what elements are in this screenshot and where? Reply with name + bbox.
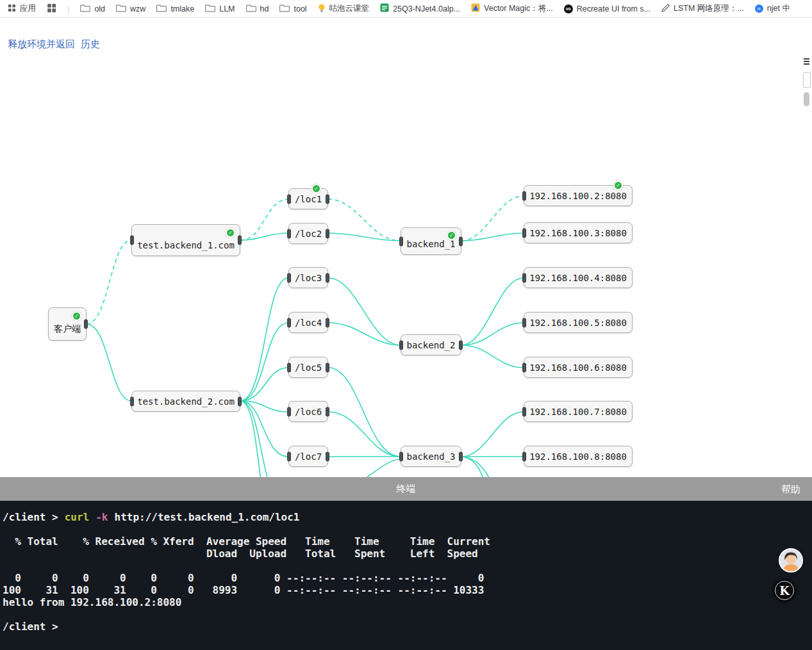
output-port: [238, 396, 242, 406]
side-controls: [802, 55, 811, 106]
node-loc2[interactable]: /loc2: [288, 223, 328, 244]
bookmark-label: hd: [260, 4, 269, 13]
node-label: backend_3: [407, 451, 456, 462]
node-loc6[interactable]: /loc6: [288, 401, 328, 422]
bookmark-lstm[interactable]: LSTM 网络原理：...: [661, 3, 744, 14]
release-env-link[interactable]: 释放环境并返回: [8, 38, 75, 51]
bookmark-label: LLM: [219, 4, 235, 13]
node-server-100-4[interactable]: 192.168.100.4:8080: [524, 267, 633, 288]
node-label: test.backend_2.com: [137, 396, 235, 407]
edge-domain2-below2: [240, 401, 279, 477]
status-check-icon: ✓: [311, 184, 321, 193]
bookmark-njet[interactable]: nnjet 中: [755, 3, 790, 14]
node-label: /loc2: [295, 229, 322, 239]
folder-icon: [279, 4, 290, 14]
bookmark-label: old: [94, 4, 105, 13]
bookmark-label: 25Q3-NJet4.0alp...: [393, 4, 460, 13]
input-port: [287, 273, 291, 282]
help-link[interactable]: 帮助: [781, 483, 800, 495]
output-port: [459, 451, 463, 461]
node-server-100-2[interactable]: ✓ 192.168.100.2:8080: [524, 185, 633, 206]
node-loc3[interactable]: /loc3: [288, 267, 328, 288]
status-check-icon: ✓: [72, 311, 81, 321]
bookmark-grid-button[interactable]: [47, 3, 56, 15]
edge-backend3-server7: [461, 412, 524, 457]
node-label: 192.168.100.5:8080: [529, 318, 627, 328]
node-label: /loc5: [295, 362, 322, 373]
curl-output: % Total % Received % Xferd Average Speed…: [3, 535, 807, 608]
edge-domain2-loc5: [240, 368, 288, 401]
edge-backend1-server3: [461, 233, 524, 241]
bookmark-folder-tmlake[interactable]: tmlake: [156, 4, 194, 14]
node-label: 192.168.100.7:8080: [529, 407, 627, 417]
edge-loc3-backend2: [328, 278, 401, 345]
bookmark-apps[interactable]: 应用: [8, 3, 36, 14]
node-loc4[interactable]: /loc4: [288, 312, 328, 333]
node-label: 192.168.100.4:8080: [529, 273, 627, 283]
input-port: [287, 318, 291, 327]
bookmark-folder-tool[interactable]: tool: [279, 4, 306, 14]
node-domain-test-backend-2[interactable]: test.backend_2.com: [131, 391, 240, 412]
node-loc1[interactable]: ✓ /loc1: [288, 188, 328, 209]
output-port: [459, 236, 463, 246]
bookmark-folder-llm[interactable]: LLM: [205, 4, 235, 14]
apps-grid-icon: [47, 3, 56, 15]
logo-ring: [775, 581, 794, 600]
input-port: [287, 407, 291, 416]
node-loc7[interactable]: /loc7: [288, 446, 328, 467]
history-link[interactable]: 历史: [81, 38, 100, 51]
notes-panel-button[interactable]: [803, 72, 811, 88]
input-port: [287, 362, 291, 372]
bookmark-recreate-ui[interactable]: voRecreate UI from s...: [564, 4, 650, 13]
node-label: /loc1: [295, 194, 322, 204]
node-domain-test-backend-1[interactable]: ✓ test.backend_1.com: [131, 224, 240, 256]
input-port: [130, 236, 134, 245]
command-url: http://test.backend_1.com/loc1: [115, 511, 300, 523]
bookmark-folder-old[interactable]: old: [80, 4, 105, 14]
node-backend-2[interactable]: backend_2: [401, 334, 461, 355]
bookmark-label: tmlake: [170, 4, 194, 13]
bookmark-label: Recreate UI from s...: [577, 4, 650, 13]
output-port: [84, 320, 88, 329]
scrollbar-thumb[interactable]: [804, 92, 809, 106]
node-server-100-5[interactable]: 192.168.100.5:8080: [524, 312, 633, 333]
status-check-icon: ✓: [447, 231, 456, 240]
k-logo-button[interactable]: K: [773, 579, 796, 602]
node-server-100-8[interactable]: 192.168.100.8:8080: [524, 446, 633, 467]
node-label: /loc7: [295, 451, 322, 462]
bookmark-label: 咕泡云课堂: [329, 3, 370, 14]
terminal-panel[interactable]: /client >curl-khttp://test.backend_1.com…: [0, 501, 812, 650]
node-loc5[interactable]: /loc5: [288, 357, 328, 378]
bookmarks-divider: |: [67, 4, 69, 13]
bookmark-folder-wzw[interactable]: wzw: [116, 4, 145, 14]
output-port: [326, 194, 329, 204]
edge-loc2-backend1: [328, 233, 401, 241]
bookmark-njet-doc[interactable]: 25Q3-NJet4.0alp...: [380, 3, 460, 14]
node-backend-3[interactable]: backend_3: [401, 446, 461, 467]
bookmark-vector-magic[interactable]: Vector Magic：将...: [471, 3, 553, 14]
input-port: [522, 318, 526, 327]
panel-menu-icon[interactable]: [802, 55, 811, 68]
bookmark-gupao[interactable]: 咕泡云课堂: [318, 3, 370, 15]
node-label: 192.168.100.2:8080: [529, 191, 627, 201]
bookmark-label: wzw: [130, 4, 145, 13]
node-client[interactable]: ✓ 客户端: [48, 307, 87, 341]
terminal-prompt-idle: /client >: [3, 621, 807, 633]
input-port: [287, 229, 291, 238]
edge-backend2-server6: [461, 345, 524, 368]
node-label: 192.168.100.3:8080: [529, 228, 627, 238]
terminal-title: 终端: [397, 483, 416, 495]
assistant-avatar[interactable]: [779, 548, 803, 573]
bookmark-folder-hd[interactable]: hd: [246, 4, 269, 14]
output-port: [326, 229, 329, 238]
output-port: [326, 407, 329, 416]
node-server-100-6[interactable]: 192.168.100.6:8080: [524, 357, 633, 378]
node-label: /loc6: [295, 407, 322, 417]
folder-icon: [205, 4, 215, 14]
node-server-100-3[interactable]: 192.168.100.3:8080: [524, 222, 633, 243]
node-server-100-7[interactable]: 192.168.100.7:8080: [524, 401, 633, 422]
vo-icon: vo: [564, 4, 573, 13]
node-label: backend_1: [407, 239, 456, 249]
node-backend-1[interactable]: ✓ backend_1: [401, 227, 461, 255]
node-label: /loc3: [295, 273, 322, 283]
